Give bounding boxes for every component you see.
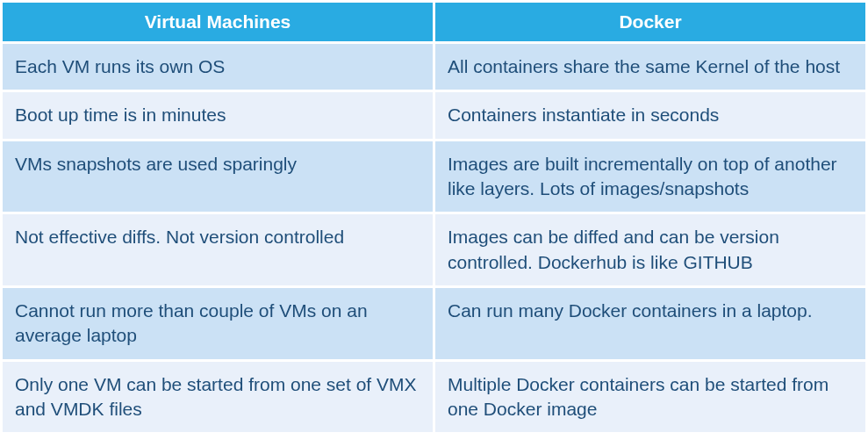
cell-vm: Each VM runs its own OS <box>3 44 433 90</box>
table-row: Only one VM can be started from one set … <box>3 362 865 433</box>
table-row: VMs snapshots are used sparingly Images … <box>3 141 865 213</box>
cell-vm: Not effective diffs. Not version control… <box>3 214 433 285</box>
table-header-row: Virtual Machines Docker <box>3 3 865 41</box>
table-row: Boot up time is in minutes Containers in… <box>3 92 865 138</box>
cell-docker: All containers share the same Kernel of … <box>435 44 865 90</box>
cell-vm: Cannot run more than couple of VMs on an… <box>3 288 433 359</box>
cell-docker: Multiple Docker containers can be starte… <box>435 362 865 433</box>
header-docker: Docker <box>435 3 865 41</box>
cell-vm: Boot up time is in minutes <box>3 92 433 138</box>
cell-vm: Only one VM can be started from one set … <box>3 362 433 433</box>
table-row: Cannot run more than couple of VMs on an… <box>3 288 865 359</box>
cell-docker: Containers instantiate in seconds <box>435 92 865 138</box>
cell-vm: VMs snapshots are used sparingly <box>3 141 433 213</box>
comparison-table: Virtual Machines Docker Each VM runs its… <box>0 0 868 435</box>
cell-docker: Images can be diffed and can be version … <box>435 214 865 285</box>
table-row: Each VM runs its own OS All containers s… <box>3 44 865 90</box>
header-virtual-machines: Virtual Machines <box>3 3 433 41</box>
cell-docker: Can run many Docker containers in a lapt… <box>435 288 865 359</box>
cell-docker: Images are built incrementally on top of… <box>435 141 865 213</box>
table-row: Not effective diffs. Not version control… <box>3 214 865 285</box>
